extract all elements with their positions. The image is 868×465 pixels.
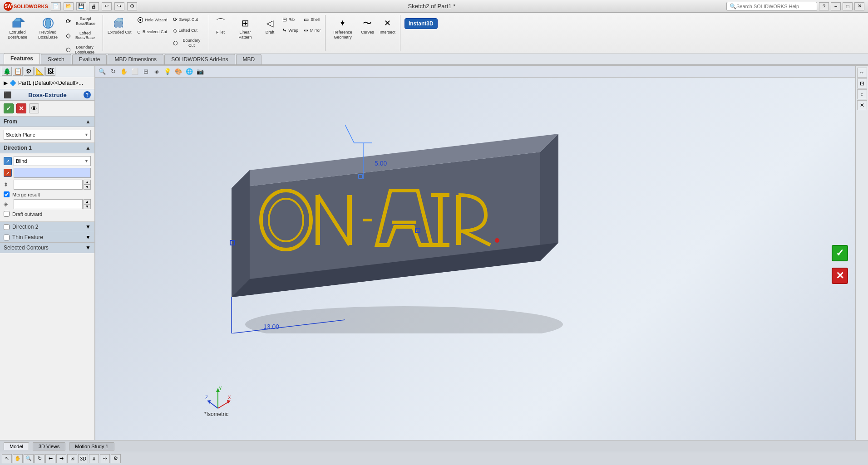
tab-mbd[interactable]: MBD	[236, 54, 262, 64]
swept-cut-btn[interactable]: ⟳ Swept Cut	[171, 15, 207, 24]
linear-pattern-btn[interactable]: ⊞ Linear Pattern	[231, 15, 260, 42]
bt-settings[interactable]: ⚙	[111, 454, 121, 463]
fillet-btn[interactable]: ⌒ Fillet	[212, 15, 230, 37]
bt-3d-sketch[interactable]: 3D	[78, 454, 88, 463]
direction2-header[interactable]: Direction 2 ▼	[0, 222, 94, 232]
viewport[interactable]: 🔍 ↻ ✋ ⬜ ⊟ ◈ 💡 🎨 🌐 📷	[95, 66, 855, 440]
right-btn-4[interactable]: ✕	[857, 100, 867, 110]
tab-mbd-dimensions[interactable]: MBD Dimensions	[108, 54, 163, 64]
merge-result-checkbox[interactable]	[4, 191, 10, 197]
bt-prev-view[interactable]: ⬅	[45, 454, 55, 463]
depth-increment-btn[interactable]: ▲	[84, 180, 91, 185]
undo-btn[interactable]: ↩	[102, 2, 112, 10]
vp-pan-btn[interactable]: ✋	[119, 67, 129, 76]
hole-wizard-btn[interactable]: ⦿ Hole Wizard	[135, 15, 170, 25]
tab-features[interactable]: Features	[4, 53, 40, 64]
redo-btn[interactable]: ↪	[114, 2, 124, 10]
second-decrement-btn[interactable]: ▼	[84, 204, 91, 209]
vp-rotate-btn[interactable]: ↻	[108, 67, 118, 76]
depth-value-input[interactable]: 1.00mm	[14, 180, 83, 190]
settings-btn[interactable]: ⚙	[127, 2, 137, 10]
direction1-header[interactable]: Direction 1 ▲	[0, 143, 94, 153]
vp-camera-btn[interactable]: 📷	[195, 67, 205, 76]
direction2-checkbox[interactable]	[4, 224, 10, 230]
info-btn[interactable]: ?	[84, 91, 91, 98]
bt-next-view[interactable]: ➡	[56, 454, 66, 463]
model-tab[interactable]: Model	[4, 442, 29, 450]
vp-lighting-btn[interactable]: 💡	[163, 67, 173, 76]
lofted-cut-btn[interactable]: ◇ Lofted Cut	[171, 25, 207, 35]
revolved-boss-btn[interactable]: Revolved Boss/Base	[33, 15, 63, 42]
save-btn[interactable]: 💾	[76, 2, 86, 10]
wrap-btn[interactable]: ⤷ Wrap	[280, 25, 301, 35]
extruded-boss-btn[interactable]: Extruded Boss/Base	[3, 15, 32, 42]
cancel-extrude-btn[interactable]: ✕	[832, 268, 848, 284]
reject-btn[interactable]: ✕	[16, 103, 26, 113]
revolved-cut-btn[interactable]: ○ Revolved Cut	[135, 26, 170, 37]
3d-views-tab[interactable]: 3D Views	[33, 442, 65, 450]
new-btn[interactable]: 📄	[51, 2, 61, 10]
bt-select[interactable]: ↖	[2, 454, 12, 463]
direction1-content: ↗ Blind ▼ ↗ ⬍ 1.00mm	[0, 153, 94, 222]
second-increment-btn[interactable]: ▲	[84, 199, 91, 204]
dim-xpert-btn[interactable]: 📐	[35, 67, 44, 76]
selected-contours-header[interactable]: Selected Contours ▼	[0, 243, 94, 253]
mirror-btn[interactable]: ⇔ Mirror	[301, 25, 323, 35]
swept-boss-btn[interactable]: ⟳ Swept Boss/Base	[64, 15, 100, 28]
draft-btn[interactable]: ◁ Draft	[261, 15, 279, 37]
thin-feature-checkbox[interactable]	[4, 235, 10, 240]
config-manager-btn[interactable]: ⚙	[24, 67, 34, 76]
bt-standard-views[interactable]: ⊡	[67, 454, 77, 463]
from-dropdown[interactable]: Sketch Plane ▼	[4, 130, 91, 140]
direction1-type-dropdown[interactable]: Blind ▼	[14, 156, 91, 166]
vp-appearance-btn[interactable]: 🎨	[173, 67, 183, 76]
part-root-item[interactable]: ▶ 🔷 Part1 (Default<<Default>...	[0, 79, 94, 87]
vp-display-btn[interactable]: ◈	[152, 67, 162, 76]
property-manager-btn[interactable]: 📋	[13, 67, 23, 76]
instant3d-btn[interactable]: Instant3D	[404, 18, 438, 29]
curves-btn[interactable]: 〜 Curves	[358, 15, 376, 37]
help-btn[interactable]: ?	[819, 2, 829, 10]
close-btn[interactable]: ✕	[854, 2, 864, 10]
shell-btn[interactable]: ▭ Shell	[301, 15, 323, 24]
depth-decrement-btn[interactable]: ▼	[84, 185, 91, 190]
rib-btn[interactable]: ⊟ Rib	[280, 15, 301, 24]
extruded-cut-btn[interactable]: Extruded Cut	[105, 15, 134, 37]
accept-btn[interactable]: ✓	[4, 103, 14, 113]
right-btn-1[interactable]: ↔	[857, 68, 867, 78]
boundary-cut-btn[interactable]: ⬡ Boundary Cut	[171, 36, 207, 50]
bt-rotate[interactable]: ↻	[35, 454, 44, 463]
vp-section-btn[interactable]: ⊟	[141, 67, 151, 76]
preview-btn[interactable]: 👁	[29, 103, 39, 113]
motion-study-tab[interactable]: Motion Study 1	[69, 442, 114, 450]
tab-sw-addins[interactable]: SOLIDWORKS Add-Ins	[164, 54, 235, 64]
print-btn[interactable]: 🖨	[89, 2, 99, 10]
tab-evaluate[interactable]: Evaluate	[72, 54, 107, 64]
draft-outward-checkbox[interactable]	[4, 211, 10, 217]
vp-scene-btn[interactable]: 🌐	[184, 67, 194, 76]
display-manager-btn[interactable]: 🖼	[45, 67, 55, 76]
bt-pan[interactable]: ✋	[13, 454, 23, 463]
maximize-btn[interactable]: □	[843, 2, 853, 10]
from-section-header[interactable]: From ▲	[0, 117, 94, 127]
tab-sketch[interactable]: Sketch	[41, 54, 71, 64]
bt-snap[interactable]: ⊹	[100, 454, 110, 463]
bt-zoom[interactable]: 🔍	[24, 454, 34, 463]
bt-sketch-grid[interactable]: #	[89, 454, 99, 463]
reference-geometry-btn[interactable]: ✦ Reference Geometry	[328, 15, 357, 42]
second-value-input[interactable]	[14, 199, 83, 209]
lofted-boss-btn[interactable]: ◇ Lofted Boss/Base	[64, 29, 100, 43]
vp-view-btn[interactable]: ⬜	[130, 67, 140, 76]
depth-input[interactable]	[14, 168, 91, 178]
confirm-extrude-btn[interactable]: ✓	[832, 245, 848, 261]
minimize-btn[interactable]: −	[831, 2, 841, 10]
right-btn-3[interactable]: ↕	[857, 89, 867, 99]
thin-feature-header[interactable]: Thin Feature ▼	[0, 232, 94, 243]
right-btn-2[interactable]: ⊡	[857, 78, 867, 88]
search-input[interactable]	[736, 4, 809, 9]
open-btn[interactable]: 📂	[64, 2, 74, 10]
search-box[interactable]: 🔍	[726, 2, 817, 11]
intersect-btn[interactable]: ✕ Intersect	[377, 15, 398, 37]
vp-zoom-btn[interactable]: 🔍	[97, 67, 107, 76]
feature-manager-btn[interactable]: 🌲	[2, 67, 12, 76]
